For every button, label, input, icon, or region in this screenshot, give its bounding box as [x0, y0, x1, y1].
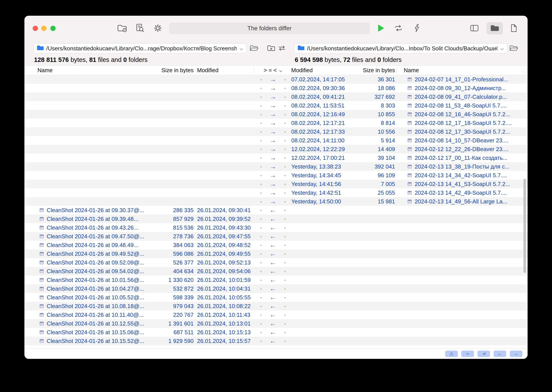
vertical-scrollbar[interactable]: [524, 179, 526, 273]
file-modified-left: 26.01.2024, 09:30:41: [197, 207, 256, 214]
file-icon: [39, 330, 44, 335]
table-row[interactable]: → Yesterday, 14:34:45 96 109 2024-02-13 …: [24, 171, 528, 180]
file-name-left: CleanShot 2024-01-26 at 10.15.52@...: [47, 338, 144, 344]
open-left-folder-button[interactable]: [249, 44, 259, 53]
status-dot: [285, 227, 286, 229]
table-row[interactable]: → 12.02.2024, 12:22:29 14 409 2024-02-12…: [24, 145, 528, 154]
header-name-left[interactable]: Name: [37, 67, 159, 74]
file-name-left: CleanShot 2024-01-26 at 09.52.09@...: [47, 259, 144, 266]
table-row[interactable]: → Yesterday, 14:50:00 15 981 2024-02-13 …: [24, 197, 528, 206]
table-row[interactable]: CleanShot 2024-01-26 at 10.12.55@... 1 3…: [24, 319, 528, 328]
folder-action-button[interactable]: [266, 44, 276, 53]
status-dot: [285, 193, 286, 194]
file-name-right: 2024-02-13 14_42_49-SoapUI 5.7....: [415, 189, 507, 196]
sync-direction-arrow: ←: [266, 276, 279, 284]
table-row[interactable]: CleanShot 2024-01-26 at 09.54.02@... 404…: [24, 267, 528, 276]
table-row[interactable]: CleanShot 2024-01-26 at 10.15.52@... 1 9…: [24, 337, 528, 345]
run-button[interactable]: [375, 22, 387, 35]
zoom-button[interactable]: [50, 26, 56, 31]
close-button[interactable]: [33, 26, 38, 31]
table-row[interactable]: → 08.02.2024, 14:11:00 5 914 2024-02-08 …: [24, 136, 528, 145]
document-view-button[interactable]: [508, 22, 520, 35]
file-name-right: 2024-02-13 14_34_42-SoapUI 5.7....: [415, 172, 507, 179]
filter-different-button[interactable]: ≉: [477, 350, 490, 357]
table-row[interactable]: CleanShot 2024-01-26 at 09.49.52@... 596…: [24, 249, 528, 258]
file-icon: [407, 173, 412, 178]
table-row[interactable]: → 08.02.2024, 12:17:33 10 556 2024-02-08…: [24, 127, 528, 136]
table-row[interactable]: CleanShot 2024-01-26 at 09.43.26... 815 …: [24, 223, 528, 232]
right-bytes-count: 6 594 598: [295, 56, 323, 63]
sync-direction-arrow: →: [266, 154, 279, 162]
status-dot: [260, 227, 262, 229]
status-dot: [285, 105, 286, 106]
sync-direction-arrow: →: [266, 171, 279, 180]
status-dot: [285, 262, 286, 263]
preview-button[interactable]: [134, 22, 146, 35]
status-dot: [260, 175, 262, 176]
table-row[interactable]: CleanShot 2024-01-26 at 10.04.27@... 532…: [24, 284, 528, 293]
file-size-right: 39 104: [358, 154, 395, 161]
sidebar-toggle-button[interactable]: [468, 22, 481, 35]
table-row[interactable]: CleanShot 2024-01-26 at 09.48.49... 384 …: [24, 241, 528, 249]
table-row[interactable]: → Yesterday, 13:38:23 392 041 2024-02-13…: [24, 162, 528, 171]
header-modified-right[interactable]: Modified: [291, 67, 358, 74]
quick-actions-button[interactable]: [411, 22, 423, 35]
table-row[interactable]: CleanShot 2024-01-26 at 09.52.09@... 526…: [24, 258, 528, 267]
header-size-left[interactable]: Size in bytes: [159, 67, 194, 74]
table-row[interactable]: → 12.02.2024, 17:00:21 39 104 2024-02-12…: [24, 154, 528, 162]
file-icon: [39, 208, 44, 213]
sync-direction-arrow: ←: [266, 302, 279, 310]
table-row[interactable]: CleanShot 2024-01-26 at 10.08.18@... 979…: [24, 302, 528, 310]
settings-button[interactable]: [152, 22, 164, 35]
file-icon: [39, 251, 44, 256]
file-size-right: 5 914: [358, 137, 395, 144]
file-name-left: CleanShot 2024-01-26 at 10.15.06@...: [47, 329, 144, 336]
table-row[interactable]: → 08.02.2024, 12:16:49 10 855 2024-02-08…: [24, 110, 528, 119]
status-dot: [260, 236, 262, 237]
auto-sync-button[interactable]: [392, 22, 405, 35]
file-icon: [39, 312, 44, 317]
header-modified-left[interactable]: Modified: [197, 67, 256, 74]
file-icon: [407, 103, 412, 108]
table-row[interactable]: CleanShot 2024-01-26 at 09.30.37@... 286…: [24, 206, 528, 215]
table-row[interactable]: CleanShot 2024-01-26 at 09.39.48... 857 …: [24, 215, 528, 223]
header-name-right[interactable]: Name: [404, 67, 525, 74]
swap-panes-button[interactable]: [277, 44, 287, 53]
table-row[interactable]: → 08.02.2024, 09:41:21 327 692 2024-02-0…: [24, 92, 528, 101]
right-path-dropdown[interactable]: /Users/konstantiedokucaev/Library/Clo...…: [294, 43, 507, 53]
table-row[interactable]: → 08.02.2024, 11:53:51 8 303 2024-02-08 …: [24, 101, 528, 110]
not-equal-icon: ≉: [482, 351, 485, 357]
file-modified-left: 26.01.2024, 09:48:52: [197, 242, 256, 249]
table-row[interactable]: CleanShot 2024-01-26 at 10.11.40@... 220…: [24, 310, 528, 319]
minimize-button[interactable]: [41, 26, 46, 31]
header-direction-dropdown[interactable]: > = <: [256, 67, 290, 74]
left-path-dropdown[interactable]: /Users/konstantiedokucaev/Library/Clo...…: [33, 43, 247, 53]
folders-view-icon: [490, 24, 499, 33]
status-dot: [285, 323, 286, 324]
filter-left-button[interactable]: ←: [494, 350, 506, 357]
filter-right-button[interactable]: →: [510, 350, 522, 357]
status-dot: [285, 132, 286, 133]
table-row[interactable]: → 08.02.2024, 12:17:21 8 814 2024-02-08 …: [24, 119, 528, 127]
filter-similar-button[interactable]: ≈: [461, 350, 474, 357]
table-row[interactable]: → 08.02.2024, 09:30:36 18 086 2024-02-08…: [24, 84, 528, 92]
file-icon: [39, 278, 44, 282]
filter-warning-button[interactable]: ⚠: [445, 350, 458, 357]
table-row[interactable]: → Yesterday, 14:41:56 7 005 2024-02-13 1…: [24, 180, 528, 188]
file-size-right: 96 109: [358, 172, 395, 179]
chevron-down-icon: [500, 45, 504, 52]
folder-remove-button[interactable]: [116, 22, 128, 35]
folders-view-button[interactable]: [487, 22, 503, 35]
table-row[interactable]: CleanShot 2024-01-26 at 09.47.50@... 278…: [24, 232, 528, 241]
file-size-left: 857 929: [159, 216, 194, 222]
sync-direction-arrow: ←: [266, 319, 279, 328]
sync-direction-arrow: ←: [266, 337, 279, 345]
table-row[interactable]: CleanShot 2024-01-26 at 10.01.56@... 1 3…: [24, 276, 528, 284]
header-size-right[interactable]: Size in bytes: [358, 67, 395, 74]
table-row[interactable]: → Yesterday, 14:42:51 25 055 2024-02-13 …: [24, 188, 528, 197]
table-row[interactable]: CleanShot 2024-01-26 at 10.05.52@... 598…: [24, 293, 528, 302]
table-row[interactable]: CleanShot 2024-01-26 at 10.15.06@... 687…: [24, 328, 528, 337]
open-right-folder-button[interactable]: [509, 44, 519, 53]
sync-direction-arrow: ←: [266, 258, 279, 267]
table-row[interactable]: → 07.02.2024, 14:17:05 36 301 2024-02-07…: [24, 75, 528, 84]
